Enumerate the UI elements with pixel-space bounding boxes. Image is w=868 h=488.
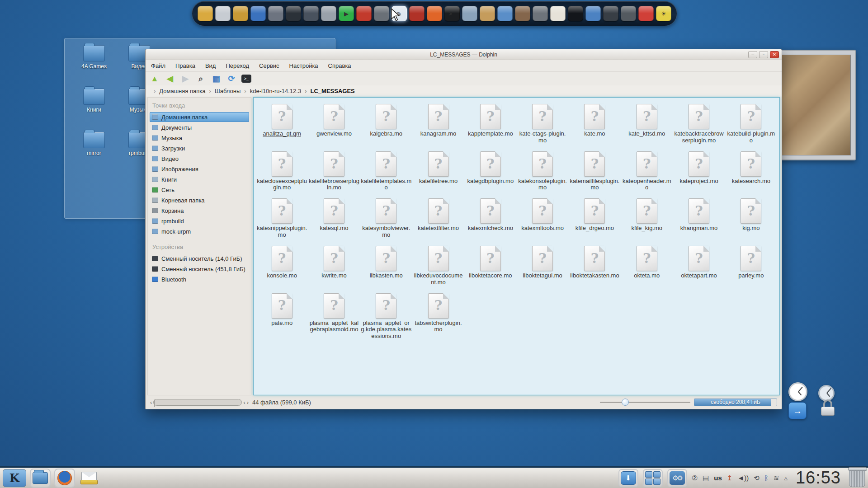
file-item[interactable]: plasma_applet_org.kde.plasma.katesession…	[361, 293, 411, 340]
file-item[interactable]: analitza_qt.qm	[257, 104, 307, 137]
places-item[interactable]: Загрузки	[150, 143, 249, 153]
places-item[interactable]: Домашняя папка	[150, 112, 249, 122]
dock-icon[interactable]	[550, 6, 566, 21]
trash-icon[interactable]	[849, 469, 865, 487]
file-item[interactable]: kate-ctags-plugin.mo	[517, 104, 568, 144]
file-item[interactable]: liboktetacore.mo	[465, 246, 516, 279]
dock-icon[interactable]	[497, 6, 513, 21]
system-settings-button[interactable]: ⚙⚙	[667, 469, 687, 487]
file-manager-launcher[interactable]	[30, 469, 51, 488]
dock-icon[interactable]: >_	[444, 6, 460, 21]
places-item[interactable]: mock-urpm	[150, 226, 249, 236]
scroll-left-icon[interactable]: ‹	[150, 399, 152, 406]
menu-item[interactable]: Справка	[328, 62, 351, 69]
places-item[interactable]: Музыка	[150, 133, 249, 143]
file-item[interactable]: katefiletemplates.mo	[361, 151, 411, 192]
file-item[interactable]: kate_kttsd.mo	[622, 104, 672, 137]
dock-icon[interactable]	[621, 6, 636, 21]
dock-icon[interactable]	[303, 6, 319, 21]
file-item[interactable]: katesearch.mo	[726, 151, 776, 185]
dock-icon[interactable]	[286, 6, 301, 21]
places-item[interactable]: Книги	[150, 174, 249, 184]
desktop-icon[interactable]: 4A Games	[72, 45, 116, 89]
file-item[interactable]: katexmlcheck.mo	[465, 198, 516, 232]
window-button[interactable]: –	[748, 51, 757, 58]
file-item[interactable]: kate.mo	[569, 104, 620, 137]
file-item[interactable]: libkasten.mo	[361, 246, 411, 279]
file-item[interactable]: kateopenheader.mo	[622, 151, 672, 192]
file-item[interactable]: kfile_kig.mo	[622, 198, 672, 232]
dock-icon[interactable]	[515, 6, 530, 21]
file-item[interactable]: katexmltools.mo	[517, 198, 568, 232]
show-desktop-button[interactable]: ⬇	[618, 469, 638, 487]
start-menu-button[interactable]: K	[3, 469, 26, 487]
file-item[interactable]: katefilebrowserplugin.mo	[309, 151, 359, 192]
dock-icon[interactable]	[480, 6, 495, 21]
firefox-launcher[interactable]	[54, 469, 75, 488]
slider-knob[interactable]	[622, 399, 629, 406]
scrollbar-thumb[interactable]	[154, 399, 155, 407]
toolbar-button[interactable]: ▶	[180, 73, 191, 84]
file-item[interactable]: gwenview.mo	[309, 104, 359, 137]
places-item[interactable]: Корневая папка	[150, 195, 249, 205]
window-button[interactable]: ▫	[759, 51, 768, 58]
arrow-button-widget[interactable]: →	[788, 402, 807, 419]
tray-icon[interactable]: ≋	[774, 474, 779, 481]
file-item[interactable]: kalgebra.mo	[361, 104, 411, 137]
places-item[interactable]: rpmbuild	[150, 216, 249, 226]
menu-item[interactable]: Файл	[151, 62, 165, 69]
file-item[interactable]: kapptemplate.mo	[465, 104, 516, 137]
dock-icon[interactable]	[233, 6, 248, 21]
file-item[interactable]: parley.mo	[726, 246, 776, 279]
file-item[interactable]: okteta.mo	[622, 246, 672, 279]
taskbar-clock[interactable]: 16:53	[796, 468, 841, 488]
file-item[interactable]: katemailfilesplugin.mo	[569, 151, 620, 192]
scroll-left-icon[interactable]: ‹	[243, 399, 245, 406]
file-item[interactable]: katekonsoleplugin.mo	[517, 151, 568, 192]
dock-icon[interactable]	[321, 6, 336, 21]
menu-item[interactable]: Переход	[226, 62, 249, 69]
dock-icon[interactable]	[427, 6, 442, 21]
dock-icon[interactable]	[215, 6, 231, 21]
dock-icon[interactable]: ☀	[656, 6, 671, 21]
menu-item[interactable]: Вид	[205, 62, 216, 69]
file-item[interactable]: kanagram.mo	[413, 104, 464, 137]
zoom-slider[interactable]	[600, 398, 690, 406]
file-item[interactable]: oktetapart.mo	[674, 246, 724, 279]
desktop-icon[interactable]: Книги	[72, 89, 116, 132]
dock-icon[interactable]	[603, 6, 618, 21]
file-item[interactable]: plasma_applet_kalgebraplasmoid.mo	[309, 293, 359, 333]
dock-icon[interactable]	[198, 6, 213, 21]
tray-icon[interactable]: ②	[692, 474, 698, 481]
file-item[interactable]: katebacktracebrowserplugin.mo	[674, 104, 724, 144]
tray-icon[interactable]: ▤	[703, 474, 709, 481]
dock-icon[interactable]	[533, 6, 548, 21]
file-item[interactable]: kwrite.mo	[309, 246, 359, 279]
dock-icon[interactable]	[585, 6, 601, 21]
breadcrumb-item[interactable]: kde-l10n-ru-14.12.3	[242, 88, 303, 94]
slider-track[interactable]	[600, 402, 690, 403]
file-item[interactable]: liboktetakasten.mo	[569, 246, 620, 279]
file-item[interactable]: katebuild-plugin.mo	[726, 104, 776, 144]
dock-icon[interactable]	[250, 6, 266, 21]
tray-icon[interactable]: ᛒ	[764, 474, 769, 481]
file-item[interactable]: kfile_drgeo.mo	[569, 198, 620, 232]
toolbar-button[interactable]: ⌕	[195, 73, 206, 84]
desktop-icon[interactable]: mirror	[72, 132, 116, 175]
menu-item[interactable]: Правка	[175, 62, 195, 69]
pager-button[interactable]	[643, 469, 663, 487]
file-item[interactable]: kategdbplugin.mo	[465, 151, 516, 185]
device-item[interactable]: Bluetooth	[150, 274, 249, 284]
analog-clock-widget-2[interactable]	[818, 385, 835, 401]
dock-icon[interactable]	[268, 6, 283, 21]
scroll-right-icon[interactable]: ›	[247, 399, 249, 406]
toolbar-button[interactable]: ▦	[211, 73, 222, 84]
file-item[interactable]: kateproject.mo	[674, 151, 724, 185]
toolbar-button[interactable]: ⟳	[226, 73, 237, 84]
tray-icon[interactable]: ⟲	[754, 474, 760, 481]
places-item[interactable]: Видео	[150, 154, 249, 164]
menu-item[interactable]: Настройка	[289, 62, 318, 69]
places-item[interactable]: Изображения	[150, 164, 249, 174]
file-item[interactable]: pate.mo	[257, 293, 307, 327]
scrollbar-track[interactable]	[153, 399, 242, 406]
